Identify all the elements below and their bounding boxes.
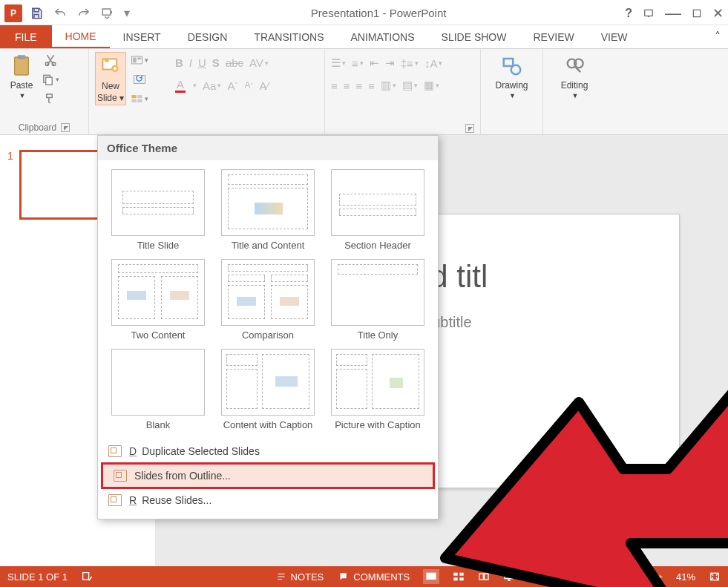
layout-comparison[interactable]: Comparison <box>215 259 321 341</box>
tab-home[interactable]: HOME <box>52 25 110 48</box>
reuse-icon <box>108 494 122 506</box>
quick-access-toolbar: P ▾ <box>4 4 132 23</box>
layout-title-slide[interactable]: Title Slide <box>105 169 211 252</box>
layout-title-and-content[interactable]: Title and Content <box>215 169 321 252</box>
zoom-level[interactable]: 41% <box>676 571 695 583</box>
reuse-slides[interactable]: RReuse Slides... <box>98 489 438 511</box>
fit-to-window-icon[interactable] <box>709 571 721 582</box>
svg-point-20 <box>511 65 520 75</box>
tab-animations[interactable]: ANIMATIONS <box>337 25 427 48</box>
change-case-button[interactable]: Aa▾ <box>203 79 221 92</box>
svg-rect-28 <box>505 573 514 579</box>
copy-icon[interactable]: ▾ <box>42 71 59 88</box>
align-text-button[interactable]: ▤▾ <box>402 79 418 92</box>
paste-button[interactable]: Paste ▼ <box>6 52 37 101</box>
comments-button[interactable]: COMMENTS <box>337 571 410 583</box>
gallery-header: Office Theme <box>98 136 438 160</box>
group-editing: Editing ▼ <box>543 49 606 134</box>
zoom-in-button[interactable]: + <box>657 571 663 583</box>
bold-button[interactable]: B <box>175 56 183 69</box>
maximize-icon[interactable] <box>692 8 702 19</box>
font-color-button[interactable]: A <box>175 78 186 93</box>
layout-picture-with-caption[interactable]: Picture with Caption <box>325 349 430 431</box>
zoom-out-button[interactable]: – <box>528 571 534 583</box>
new-slide-icon <box>98 54 123 79</box>
drawing-label: Drawing <box>495 80 528 91</box>
save-icon[interactable] <box>27 4 46 23</box>
align-center-button[interactable]: ≡ <box>344 79 350 92</box>
italic-button[interactable]: I <box>189 56 192 69</box>
ribbon-display-icon[interactable] <box>643 8 655 19</box>
svg-rect-1 <box>645 10 653 16</box>
clipboard-dialog-launcher[interactable] <box>61 123 70 132</box>
paragraph-dialog-launcher[interactable] <box>465 124 474 133</box>
status-bar: SLIDE 1 OF 1 NOTES COMMENTS – + 41% <box>0 566 728 587</box>
justify-button[interactable]: ≡ <box>368 79 375 92</box>
smartart-button[interactable]: ▦▾ <box>424 79 439 92</box>
reset-icon[interactable] <box>131 71 148 88</box>
new-slide-button[interactable]: New Slide ▾ <box>95 52 126 105</box>
shadow-button[interactable]: S <box>212 56 220 69</box>
layout-title-only[interactable]: Title Only <box>325 259 430 341</box>
strikethrough-button[interactable]: abc <box>226 56 243 69</box>
notes-button[interactable]: NOTES <box>276 571 324 583</box>
clear-formatting-button[interactable]: A⁄ <box>259 79 269 92</box>
spell-check-icon[interactable] <box>81 571 93 583</box>
decrease-indent-button[interactable]: ⇤ <box>370 56 379 70</box>
format-painter-icon[interactable] <box>42 91 59 107</box>
bullets-button[interactable]: ☰▾ <box>331 56 346 70</box>
slides-from-outline[interactable]: Slides from Outline... <box>101 462 435 489</box>
layout-two-content[interactable]: Two Content <box>105 259 211 341</box>
tab-design[interactable]: DESIGN <box>174 25 241 48</box>
shrink-font-button[interactable]: A˅ <box>244 80 253 91</box>
numbering-button[interactable]: ≡▾ <box>352 57 364 70</box>
columns-button[interactable]: ▥▾ <box>381 79 396 92</box>
increase-indent-button[interactable]: ⇥ <box>385 56 395 70</box>
layout-blank[interactable]: Blank <box>105 349 211 431</box>
group-paragraph: ☰▾ ≡▾ ⇤ ⇥ ‡≡▾ ↕A▾ ≡ ≡ ≡ ≡ ▥▾ ▤▾ ▦▾ <box>325 49 481 134</box>
help-icon[interactable]: ? <box>625 7 632 20</box>
clipboard-group-label: Clipboard <box>19 122 56 133</box>
zoom-slider[interactable] <box>547 576 643 578</box>
close-icon[interactable]: ✕ <box>712 5 724 22</box>
tab-view[interactable]: VIEW <box>588 25 641 48</box>
char-spacing-button[interactable]: AV▾ <box>249 56 269 69</box>
tab-file[interactable]: FILE <box>0 25 52 48</box>
normal-view-icon[interactable] <box>423 569 439 584</box>
tab-transitions[interactable]: TRANSITIONS <box>240 25 337 48</box>
powerpoint-logo-icon: P <box>4 4 22 22</box>
grow-font-button[interactable]: A˄ <box>227 79 238 92</box>
layout-icon[interactable]: ▾ <box>131 52 148 68</box>
slide-indicator[interactable]: SLIDE 1 OF 1 <box>7 571 68 583</box>
svg-rect-16 <box>137 95 142 98</box>
tab-slideshow[interactable]: SLIDE SHOW <box>428 25 520 48</box>
duplicate-icon <box>108 445 122 457</box>
collapse-ribbon-icon[interactable]: ˄ <box>707 25 728 48</box>
drawing-button[interactable]: Drawing ▼ <box>487 52 537 101</box>
tab-review[interactable]: REVIEW <box>519 25 587 48</box>
reading-view-icon[interactable] <box>478 571 490 582</box>
drawing-icon <box>499 53 525 79</box>
layout-section-header[interactable]: Section Header <box>325 169 430 252</box>
outline-icon <box>114 470 127 482</box>
text-direction-button[interactable]: ↕A▾ <box>424 57 443 70</box>
redo-icon[interactable] <box>74 4 94 23</box>
editing-button[interactable]: Editing ▼ <box>549 52 600 101</box>
layout-content-with-caption[interactable]: Content with Caption <box>215 349 321 431</box>
undo-icon[interactable] <box>50 4 70 23</box>
duplicate-selected-slides[interactable]: DDuplicate Selected Slides <box>98 440 438 462</box>
underline-button[interactable]: U <box>198 56 206 69</box>
slideshow-view-icon[interactable] <box>503 571 515 582</box>
new-slide-label-1: New <box>102 81 119 91</box>
section-icon[interactable]: ▾ <box>131 91 148 107</box>
new-slide-gallery: Office Theme Title Slide Title and Conte… <box>97 135 439 519</box>
line-spacing-button[interactable]: ‡≡▾ <box>401 57 419 70</box>
slide-sorter-view-icon[interactable] <box>453 571 465 582</box>
qat-customize-icon[interactable]: ▾ <box>122 4 132 23</box>
paste-label: Paste <box>10 80 33 91</box>
align-left-button[interactable]: ≡ <box>331 79 338 92</box>
start-from-beginning-icon[interactable] <box>98 4 117 23</box>
tab-insert[interactable]: INSERT <box>110 25 174 48</box>
cut-icon[interactable] <box>42 52 59 68</box>
align-right-button[interactable]: ≡ <box>356 79 363 92</box>
